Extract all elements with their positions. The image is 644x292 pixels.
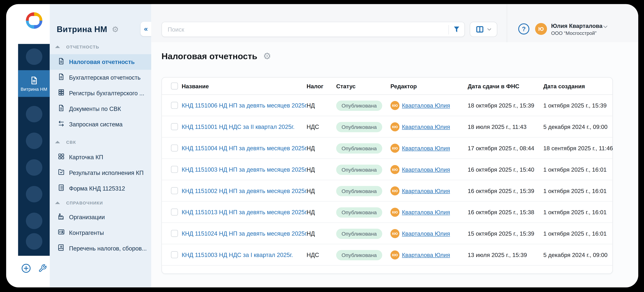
sidebar-section-header[interactable]: СПРАВОЧНИКИ: [50, 196, 151, 209]
topbar-divider: [507, 4, 507, 42]
sidebar-item-link[interactable]: Запросная система: [50, 117, 151, 132]
sidebar-section-header[interactable]: СВК: [50, 135, 151, 149]
columns-settings-button[interactable]: [470, 22, 497, 37]
sidebar-item-link[interactable]: Документы по СВК: [50, 101, 151, 117]
wrench-icon[interactable]: [38, 264, 47, 273]
document-icon: [58, 57, 65, 66]
user-avatar[interactable]: Ю: [535, 23, 547, 35]
transfer-icon: [58, 120, 65, 129]
topbar: ? Ю Юлия Кварталова ООО “Мосгосстрой”: [151, 4, 638, 42]
editor-link[interactable]: Кварталова Юлия: [402, 124, 450, 130]
status-badge: Опубликована: [336, 250, 382, 260]
sidebar-item-link[interactable]: Бухгалтерская отчетность: [50, 70, 151, 85]
rail-placeholder-item[interactable]: [26, 213, 42, 229]
table-row[interactable]: КНД 1151006 НД НП за девять месяцев 2025…: [162, 95, 612, 116]
user-menu-chevron-icon[interactable]: [602, 24, 608, 29]
row-checkbox[interactable]: [171, 209, 178, 216]
document-link[interactable]: КНД 1151006 НД НП за девять месяцев 2025…: [182, 102, 308, 109]
tax-type: НД: [306, 102, 315, 109]
editor-avatar: КЮ: [390, 144, 400, 153]
sidebar-item-link[interactable]: Контрагенты: [50, 225, 151, 241]
sidebar-item-link[interactable]: Организации: [50, 209, 151, 225]
help-button[interactable]: ?: [518, 23, 530, 34]
editor-link[interactable]: Кварталова Юлия: [402, 209, 450, 216]
rail-placeholder-item[interactable]: [26, 133, 42, 149]
tax-type: НДС: [306, 252, 319, 258]
created-date: 1 октября 2025 г., 15:39: [543, 102, 607, 109]
document-link[interactable]: КНД 1151024 НД НП за девять месяцев 2025…: [182, 230, 308, 237]
document-link[interactable]: КНД 1151004 НД НП за девять месяцев 2025…: [182, 145, 308, 152]
sidebar-item-label: Документы по СВК: [69, 105, 121, 112]
table-row[interactable]: КНД 1151003 НД НДС за I квартал 2025г. Н…: [162, 244, 612, 266]
book-icon: [58, 244, 65, 253]
editor-link[interactable]: Кварталова Юлия: [402, 145, 450, 152]
editor-link[interactable]: Кварталова Юлия: [402, 252, 450, 258]
sidebar-collapse-button[interactable]: «: [140, 22, 151, 36]
filter-icon[interactable]: [452, 25, 461, 34]
row-checkbox[interactable]: [171, 251, 178, 258]
row-checkbox[interactable]: [171, 166, 178, 173]
app-rail-column: Витрина НМ: [6, 4, 50, 288]
user-name[interactable]: Юлия Кварталова: [551, 23, 602, 29]
table-row[interactable]: КНД 1151024 НД НП за девять месяцев 2025…: [162, 223, 612, 244]
registers-icon: [58, 89, 65, 98]
rail-placeholder-item[interactable]: [26, 159, 42, 176]
status-badge: Опубликована: [336, 122, 382, 132]
document-link[interactable]: КНД 1151001 НД НДС за II квартал 2025г.: [182, 124, 294, 130]
sidebar-item-link[interactable]: Результаты исполнения КП: [50, 165, 151, 181]
sidebar-item-link[interactable]: Форма КНД 1125312: [50, 181, 151, 196]
sidebar-item-link[interactable]: Перечень налогов, сборов...: [50, 241, 151, 256]
sidebar-item-label: Запросная система: [69, 121, 122, 128]
document-link[interactable]: КНД 1151003 НД НДС за I квартал 2025г.: [182, 252, 293, 258]
editor-link[interactable]: Кварталова Юлия: [402, 166, 450, 173]
editor-link[interactable]: Кварталова Юлия: [402, 188, 450, 194]
add-button[interactable]: [21, 263, 31, 273]
reports-table: Название Налог Статус Редактор Дата сдач…: [162, 77, 613, 274]
table-row[interactable]: КНД 1151004 НД НП за девять месяцев 2025…: [162, 138, 612, 159]
sidebar-item-label: Контрагенты: [69, 230, 104, 236]
col-header-created-date: Дата создания: [543, 78, 585, 95]
folder-check-icon: [58, 168, 65, 177]
sidebar-item-label: Регистры бухгалтерского ...: [69, 90, 144, 96]
table-row[interactable]: КНД 1151003 НД НП за девять месяцев 2025…: [162, 159, 612, 180]
search-input[interactable]: [162, 22, 446, 36]
row-checkbox[interactable]: [171, 102, 178, 109]
fns-date: 13 июля 2025 г., 15:39: [468, 252, 527, 258]
select-all-checkbox[interactable]: [171, 83, 178, 89]
app-logo-icon: [26, 12, 42, 29]
document-link[interactable]: КНД 1151002 НД НП за девять месяцев 2025…: [182, 188, 308, 194]
document-link[interactable]: КНД 1151003 НД НП за девять месяцев 2025…: [182, 166, 308, 173]
sidebar: Витрина НМ ⚙ « ОТЧЕТНОСТЬНалоговая отчет…: [50, 4, 151, 288]
row-checkbox[interactable]: [171, 145, 178, 152]
row-checkbox[interactable]: [171, 187, 178, 194]
page-settings-gear-icon[interactable]: ⚙: [263, 51, 271, 62]
editor-avatar: КЮ: [390, 101, 400, 110]
rail-item-vitrina-nm[interactable]: Витрина НМ: [18, 70, 50, 97]
editor-link[interactable]: Кварталова Юлия: [402, 230, 450, 237]
app-settings-gear-icon[interactable]: ⚙: [112, 24, 119, 34]
sidebar-item-link[interactable]: Регистры бухгалтерского ...: [50, 85, 151, 101]
document-link[interactable]: КНД 1151013 НД НП за девять месяцев 2025…: [182, 209, 308, 216]
sidebar-section-header[interactable]: ОТЧЕТНОСТЬ: [50, 39, 151, 54]
sidebar-item-label: Перечень налогов, сборов...: [69, 245, 147, 252]
table-body: КНД 1151006 НД НП за девять месяцев 2025…: [162, 95, 612, 266]
content: Налоговая отчетность ⚙ Название Налог Ст…: [151, 42, 638, 287]
rail-placeholder-item[interactable]: [26, 186, 42, 203]
row-checkbox[interactable]: [171, 123, 178, 130]
rail-footer: [18, 259, 50, 278]
table-row[interactable]: КНД 1151013 НД НП за девять месяцев 2025…: [162, 202, 612, 223]
created-date: 5 декабря 2024 г., 09:00: [543, 124, 608, 130]
tax-type: НДС: [306, 124, 319, 130]
table-row[interactable]: КНД 1151001 НД НДС за II квартал 2025г. …: [162, 116, 612, 138]
rail-placeholder-item[interactable]: [26, 233, 42, 250]
rail-placeholder-item[interactable]: [26, 106, 42, 122]
created-date: 1 октября 2025 г., 16:01: [543, 209, 607, 216]
search-box: [162, 22, 465, 37]
sidebar-item-active[interactable]: Налоговая отчетность: [50, 54, 151, 70]
editor-link[interactable]: Кварталова Юлия: [402, 102, 450, 109]
sidebar-item-link[interactable]: Карточка КП: [50, 149, 151, 165]
rail-placeholder-item[interactable]: [26, 48, 42, 65]
table-row[interactable]: КНД 1151002 НД НП за девять месяцев 2025…: [162, 180, 612, 202]
status-badge: Опубликована: [336, 143, 382, 153]
row-checkbox[interactable]: [171, 230, 178, 237]
